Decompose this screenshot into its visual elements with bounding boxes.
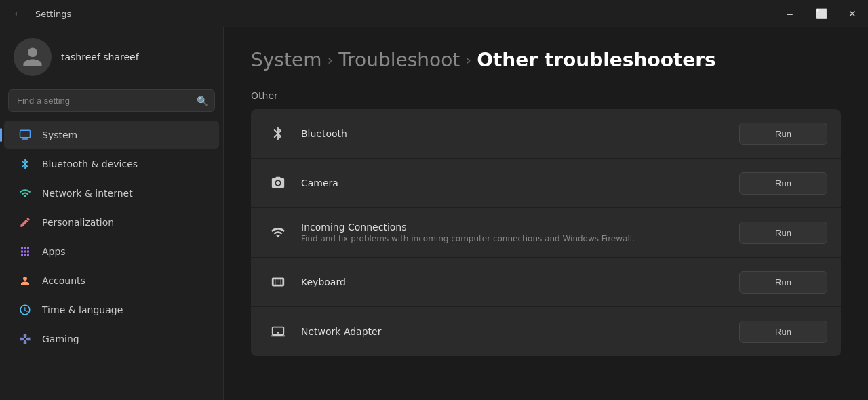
- sidebar-item-bluetooth[interactable]: Bluetooth & devices: [4, 150, 219, 178]
- incoming-name: Incoming Connections: [301, 222, 739, 233]
- incoming-desc: Find and fix problems with incoming comp…: [301, 234, 739, 243]
- bluetooth-name: Bluetooth: [301, 128, 739, 139]
- keyboard-info: Keyboard: [301, 277, 739, 287]
- user-section: tashreef shareef: [0, 27, 223, 87]
- close-button[interactable]: ✕: [837, 0, 868, 27]
- camera-troubleshoot-icon: [264, 169, 292, 197]
- incoming-info: Incoming Connections Find and fix proble…: [301, 222, 739, 243]
- search-box: 🔍: [8, 89, 215, 112]
- incoming-run-button[interactable]: Run: [739, 222, 827, 244]
- app-body: tashreef shareef 🔍 System: [0, 27, 868, 400]
- time-icon: [18, 302, 33, 317]
- sidebar-item-time-label: Time & language: [42, 304, 123, 315]
- main-content: System › Troubleshoot › Other troublesho…: [224, 27, 868, 400]
- camera-info: Camera: [301, 178, 739, 188]
- sidebar-item-personalization-label: Personalization: [42, 217, 114, 228]
- sidebar-item-network[interactable]: Network & internet: [4, 179, 219, 207]
- breadcrumb-system[interactable]: System: [251, 49, 321, 71]
- network-icon: [18, 186, 33, 201]
- gaming-icon: [18, 332, 33, 346]
- sidebar-item-system-label: System: [42, 129, 77, 140]
- sidebar-item-network-label: Network & internet: [42, 188, 133, 199]
- breadcrumb-sep-1: ›: [327, 52, 333, 68]
- keyboard-troubleshoot-icon: [264, 268, 292, 296]
- network-adapter-name: Network Adapter: [301, 326, 739, 337]
- camera-run-button[interactable]: Run: [739, 172, 827, 195]
- maximize-button[interactable]: ⬜: [806, 0, 837, 27]
- bluetooth-troubleshoot-icon: [264, 120, 292, 147]
- sidebar-item-system[interactable]: System: [4, 121, 219, 149]
- troubleshooter-item-camera: Camera Run: [251, 159, 841, 208]
- troubleshooter-item-network: Network Adapter Run: [251, 307, 841, 356]
- sidebar-item-accounts-label: Accounts: [42, 275, 85, 286]
- search-icon: 🔍: [197, 96, 208, 106]
- search-input[interactable]: [8, 89, 215, 112]
- network-adapter-run-button[interactable]: Run: [739, 321, 827, 343]
- sidebar-item-apps[interactable]: Apps: [4, 237, 219, 266]
- accounts-icon: [18, 273, 33, 288]
- incoming-troubleshoot-icon: [264, 219, 292, 246]
- window-title: Settings: [35, 9, 71, 19]
- keyboard-name: Keyboard: [301, 277, 739, 287]
- keyboard-run-button[interactable]: Run: [739, 271, 827, 294]
- network-adapter-info: Network Adapter: [301, 326, 739, 337]
- user-icon: [21, 45, 44, 68]
- bluetooth-icon: [18, 157, 33, 172]
- username: tashreef shareef: [61, 52, 139, 62]
- personalization-icon: [18, 215, 33, 230]
- bluetooth-info: Bluetooth: [301, 128, 739, 139]
- network-adapter-troubleshoot-icon: [264, 318, 292, 345]
- title-bar-left: ← Settings: [8, 3, 71, 24]
- breadcrumb: System › Troubleshoot › Other troublesho…: [251, 49, 841, 71]
- title-bar: ← Settings – ⬜ ✕: [0, 0, 868, 27]
- nav-list: System Bluetooth & devices Network & int…: [0, 117, 223, 357]
- avatar: [14, 38, 52, 76]
- sidebar-item-apps-label: Apps: [42, 246, 66, 257]
- troubleshooter-item-keyboard: Keyboard Run: [251, 258, 841, 307]
- sidebar-item-gaming[interactable]: Gaming: [4, 325, 219, 353]
- system-icon: [18, 127, 33, 142]
- bluetooth-run-button[interactable]: Run: [739, 123, 827, 145]
- apps-icon: [18, 244, 33, 259]
- breadcrumb-troubleshoot[interactable]: Troubleshoot: [338, 49, 460, 71]
- section-label: Other: [251, 90, 841, 101]
- minimize-button[interactable]: –: [774, 0, 806, 27]
- sidebar-item-gaming-label: Gaming: [42, 334, 79, 344]
- svg-rect-0: [20, 130, 31, 138]
- breadcrumb-current: Other troubleshooters: [477, 49, 716, 71]
- sidebar-item-accounts[interactable]: Accounts: [4, 266, 219, 295]
- back-button[interactable]: ←: [8, 3, 28, 24]
- troubleshooter-list: Bluetooth Run Camera Run: [251, 109, 841, 356]
- troubleshooter-item-incoming: Incoming Connections Find and fix proble…: [251, 208, 841, 258]
- svg-rect-2: [22, 138, 28, 140]
- camera-name: Camera: [301, 178, 739, 188]
- sidebar-item-personalization[interactable]: Personalization: [4, 208, 219, 237]
- sidebar-item-bluetooth-label: Bluetooth & devices: [42, 159, 138, 169]
- sidebar-item-time[interactable]: Time & language: [4, 296, 219, 324]
- svg-rect-1: [23, 138, 27, 139]
- sidebar: tashreef shareef 🔍 System: [0, 27, 224, 400]
- troubleshooter-item-bluetooth: Bluetooth Run: [251, 109, 841, 159]
- breadcrumb-sep-2: ›: [465, 52, 471, 68]
- window-controls: – ⬜ ✕: [774, 0, 868, 27]
